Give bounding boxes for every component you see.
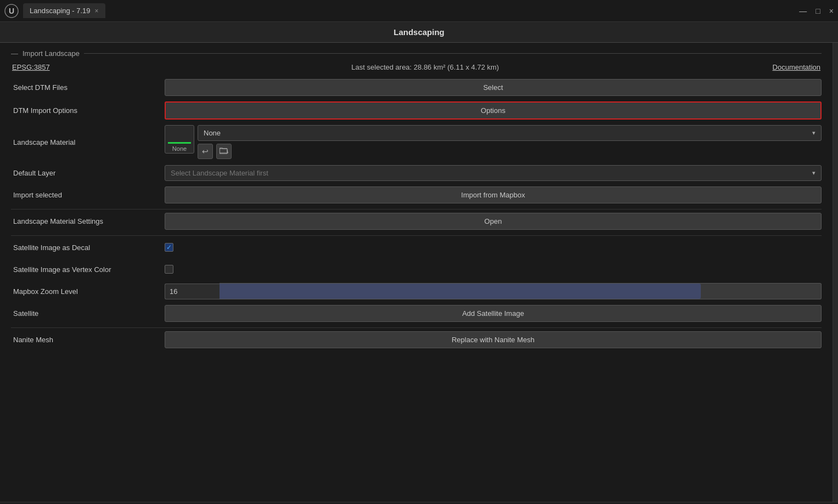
landscape-material-row: Landscape Material None None ▾ <box>11 125 822 159</box>
section-divider <box>84 53 822 54</box>
landscape-material-settings-control: Open <box>165 213 822 230</box>
import-selected-control: Import from Mapbox <box>165 186 822 203</box>
satellite-vertex-row: Satellite Image as Vertex Color <box>11 261 822 278</box>
landscape-material-dropdown-value: None <box>204 129 221 137</box>
default-layer-row: Default Layer Select Landscape Material … <box>11 165 822 181</box>
select-dtm-label: Select DTM Files <box>11 83 165 92</box>
import-selected-label: Import selected <box>11 191 165 199</box>
dtm-options-button[interactable]: Options <box>165 101 822 120</box>
browse-icon <box>220 147 228 156</box>
minimize-button[interactable]: — <box>799 7 807 15</box>
info-row: EPSG:3857 Last selected area: 28.86 km² … <box>11 63 822 71</box>
replace-nanite-mesh-button[interactable]: Replace with Nanite Mesh <box>165 331 822 348</box>
landscape-material-browse-icon-button[interactable] <box>216 144 232 159</box>
scrollbar[interactable] <box>833 43 838 502</box>
section-label: Import Landscape <box>23 49 80 58</box>
mapbox-zoom-input-bar <box>165 283 822 299</box>
dtm-import-label: DTM Import Options <box>11 106 165 115</box>
dtm-import-control: Options <box>165 101 822 120</box>
default-layer-value: Select Landscape Material first <box>171 169 268 177</box>
dtm-import-row: DTM Import Options Options <box>11 101 822 120</box>
scroll-area[interactable]: — Import Landscape EPSG:3857 Last select… <box>0 43 833 502</box>
satellite-row: Satellite Add Satellite Image <box>11 305 822 322</box>
default-layer-control: Select Landscape Material first ▾ <box>165 165 822 181</box>
tab-close-button[interactable]: × <box>95 7 99 15</box>
window-header: Landscaping <box>0 22 838 43</box>
window-title: Landscaping <box>393 27 445 37</box>
select-dtm-control: Select <box>165 79 822 96</box>
footer: Tip: Hover over a property name or value… <box>0 502 838 504</box>
section-header: — Import Landscape <box>11 49 822 58</box>
landscape-material-dropdown-row: None ▾ <box>198 125 822 141</box>
dropdown-arrow-icon: ▾ <box>812 129 815 137</box>
satellite-decal-control <box>165 243 822 252</box>
landscape-material-control: None None ▾ ↩ <box>165 125 822 159</box>
divider-2 <box>11 235 822 236</box>
satellite-decal-row: Satellite Image as Decal <box>11 239 822 256</box>
epsg-label[interactable]: EPSG:3857 <box>12 63 78 71</box>
select-dtm-button[interactable]: Select <box>165 79 822 96</box>
satellite-control: Add Satellite Image <box>165 305 822 322</box>
satellite-decal-checkbox[interactable] <box>165 243 173 252</box>
window-controls: — □ × <box>799 7 834 15</box>
nanite-mesh-row: Nanite Mesh Replace with Nanite Mesh <box>11 331 822 348</box>
divider-1 <box>11 209 822 209</box>
nanite-mesh-label: Nanite Mesh <box>11 336 165 344</box>
mapbox-zoom-bar[interactable] <box>220 283 822 299</box>
add-satellite-image-button[interactable]: Add Satellite Image <box>165 305 822 322</box>
reset-icon: ↩ <box>202 147 209 156</box>
maximize-button[interactable]: □ <box>815 7 820 15</box>
default-layer-arrow-icon: ▾ <box>812 169 815 177</box>
landscape-material-none-button[interactable]: None <box>165 125 194 154</box>
green-bar <box>168 142 191 144</box>
landscape-material-icons-row: ↩ <box>198 144 822 159</box>
import-from-mapbox-button[interactable]: Import from Mapbox <box>165 186 822 203</box>
mapbox-zoom-row: Mapbox Zoom Level <box>11 283 822 299</box>
landscape-material-settings-open-button[interactable]: Open <box>165 213 822 230</box>
divider-3 <box>11 327 822 328</box>
mapbox-zoom-input[interactable] <box>165 284 220 299</box>
none-label: None <box>172 145 187 152</box>
svg-text:U: U <box>9 7 14 15</box>
window-tab[interactable]: Landscaping - 7.19 × <box>23 3 105 18</box>
app-logo: U <box>4 4 19 18</box>
satellite-vertex-control <box>165 265 822 274</box>
documentation-link[interactable]: Documentation <box>773 63 820 71</box>
satellite-vertex-label: Satellite Image as Vertex Color <box>11 265 165 274</box>
landscape-material-reset-icon-button[interactable]: ↩ <box>198 144 213 159</box>
landscape-material-label: Landscape Material <box>11 138 165 146</box>
title-bar: U Landscaping - 7.19 × — □ × <box>0 0 838 22</box>
mapbox-zoom-label: Mapbox Zoom Level <box>11 287 165 296</box>
satellite-label: Satellite <box>11 309 165 318</box>
import-selected-row: Import selected Import from Mapbox <box>11 186 822 203</box>
close-button[interactable]: × <box>829 7 834 15</box>
select-dtm-row: Select DTM Files Select <box>11 79 822 96</box>
satellite-decal-checkbox-wrapper <box>165 243 822 252</box>
satellite-vertex-checkbox-wrapper <box>165 265 822 274</box>
satellite-decal-label: Satellite Image as Decal <box>11 243 165 252</box>
nanite-mesh-control: Replace with Nanite Mesh <box>165 331 822 348</box>
tab-title: Landscaping - 7.19 <box>30 7 91 15</box>
landscape-material-settings-row: Landscape Material Settings Open <box>11 213 822 230</box>
landscape-material-right: None ▾ ↩ <box>198 125 822 159</box>
landscape-material-settings-label: Landscape Material Settings <box>11 217 165 225</box>
default-layer-label: Default Layer <box>11 169 165 177</box>
mapbox-zoom-bar-fill <box>220 284 701 299</box>
main-content: — Import Landscape EPSG:3857 Last select… <box>0 43 838 502</box>
satellite-vertex-checkbox[interactable] <box>165 265 173 274</box>
landscape-material-dropdown[interactable]: None ▾ <box>198 125 822 141</box>
area-info: Last selected area: 28.86 km² (6.11 x 4.… <box>78 63 773 71</box>
default-layer-dropdown[interactable]: Select Landscape Material first ▾ <box>165 165 822 181</box>
section-collapse-icon[interactable]: — <box>11 49 18 58</box>
mapbox-zoom-control <box>165 283 822 299</box>
